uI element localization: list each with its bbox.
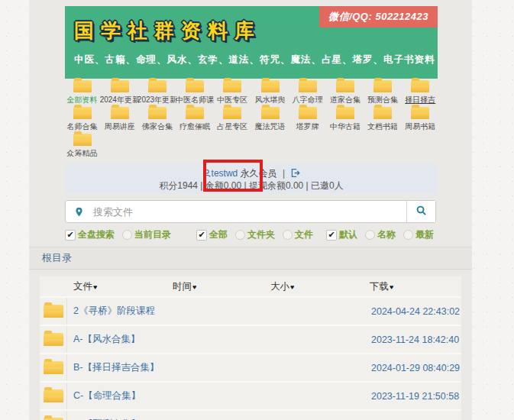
category-item[interactable]: 预测合集 xyxy=(364,80,402,107)
filter-option-label: 当前目录 xyxy=(134,228,171,241)
filter-option[interactable]: 最新 xyxy=(403,228,434,241)
checkbox-checked-icon[interactable]: ✔ xyxy=(326,230,337,241)
logout-icon[interactable] xyxy=(290,170,300,180)
row-folder-cell[interactable] xyxy=(40,298,67,325)
breadcrumb: 根目录 xyxy=(29,247,472,270)
breadcrumb-root-link[interactable]: 根目录 xyxy=(42,252,72,263)
folder-icon xyxy=(44,333,63,346)
category-item[interactable]: 道家合集 xyxy=(326,80,364,107)
category-label: 预测合集 xyxy=(367,95,398,105)
category-item[interactable]: 中医专区 xyxy=(214,80,251,107)
table-header-cell[interactable]: 文件♥ xyxy=(67,280,166,293)
table-header-cell[interactable]: 时间♥ xyxy=(166,280,264,293)
file-download-cell: 2024-04-24 22:43:02 xyxy=(364,306,461,317)
category-item[interactable]: 佛家合集 xyxy=(138,107,176,134)
search-icon xyxy=(415,205,427,218)
filter-option-label: 全盘搜索 xyxy=(78,228,115,241)
category-item[interactable]: 众筹精品 xyxy=(63,134,101,160)
folder-icon xyxy=(111,80,129,92)
filter-option[interactable]: ✔默认 xyxy=(326,228,357,241)
table-header-label: 大小 xyxy=(270,281,289,292)
table-header-cell[interactable]: 大小♥ xyxy=(264,280,364,293)
file-name-link[interactable]: A-【风水合集】 xyxy=(67,333,166,346)
radio-unchecked-icon[interactable] xyxy=(122,230,132,240)
table-header-row: 文件♥时间♥大小♥下载♥ xyxy=(40,276,461,298)
row-folder-cell[interactable] xyxy=(40,354,67,381)
folder-icon xyxy=(44,389,63,402)
file-name-link[interactable]: 2《寻桥》阶段课程 xyxy=(67,305,166,318)
folder-icon xyxy=(261,80,280,92)
category-label: 疗愈催眠 xyxy=(179,121,210,132)
category-label: 中华古籍 xyxy=(330,121,360,132)
category-item[interactable]: 择日择吉 xyxy=(402,80,439,107)
folder-icon xyxy=(73,107,92,119)
site-title: 国学社群资料库 xyxy=(74,18,261,44)
category-item[interactable]: 塔罗牌 xyxy=(289,107,326,134)
search-button[interactable] xyxy=(406,201,435,222)
file-name-link[interactable]: C-【命理合集】 xyxy=(67,389,166,402)
folder-icon xyxy=(373,107,392,119)
filter-option[interactable]: 名称 xyxy=(365,228,396,241)
checkbox-checked-icon[interactable]: ✔ xyxy=(65,230,76,241)
category-label: 周易书籍 xyxy=(405,121,435,132)
row-folder-cell[interactable] xyxy=(40,411,67,420)
folder-icon xyxy=(299,80,317,92)
category-label: 文档书籍 xyxy=(367,121,398,132)
folder-icon xyxy=(373,80,392,92)
category-item[interactable]: 中医名师课 xyxy=(176,80,214,107)
site-banner: 微信/QQ: 502212423 国学社群资料库 中医、古籍、命理、风水、玄学、… xyxy=(65,6,438,79)
file-download-cell: 2023-11-24 18:42:40 xyxy=(364,334,461,345)
folder-icon xyxy=(336,80,354,92)
folder-icon xyxy=(44,305,63,318)
category-item[interactable]: 文档书籍 xyxy=(364,107,402,134)
table-header-label: 下载 xyxy=(370,281,389,292)
category-item[interactable]: 名师合集 xyxy=(63,107,101,134)
search-input[interactable] xyxy=(92,205,406,218)
checkbox-checked-icon[interactable]: ✔ xyxy=(196,230,207,241)
folder-icon xyxy=(223,107,241,119)
sort-icon: ♥ xyxy=(93,283,97,291)
category-item[interactable]: 中华古籍 xyxy=(326,107,364,134)
file-table: 文件♥时间♥大小♥下载♥ 2《寻桥》阶段课程2024-04-24 22:43:0… xyxy=(40,276,461,420)
radio-unchecked-icon[interactable] xyxy=(235,230,245,240)
filter-option-label: 名称 xyxy=(377,228,396,241)
file-download-cell: 2024-01-29 08:40:29 xyxy=(364,363,461,373)
contact-badge: 微信/QQ: 502212423 xyxy=(319,6,438,27)
radio-unchecked-icon[interactable] xyxy=(365,230,375,240)
table-header-label: 文件 xyxy=(73,281,92,292)
category-item[interactable]: 八字命理 xyxy=(289,80,326,107)
category-item[interactable]: 周易讲座 xyxy=(101,107,138,134)
category-label: 八字命理 xyxy=(293,95,323,105)
folder-icon xyxy=(186,107,204,119)
folder-icon xyxy=(111,107,129,119)
category-label: 择日择吉 xyxy=(405,95,435,105)
filter-group: ✔全盘搜索当前目录 xyxy=(65,228,179,241)
category-label: 佛家合集 xyxy=(142,121,173,132)
filter-option[interactable]: ✔全部 xyxy=(196,228,228,241)
row-folder-cell[interactable] xyxy=(40,326,67,353)
file-name-link[interactable]: B-【择日择吉合集】 xyxy=(67,361,166,374)
filter-option[interactable]: ✔全盘搜索 xyxy=(65,228,115,241)
page: 微信/QQ: 502212423 国学社群资料库 中医、古籍、命理、风水、玄学、… xyxy=(0,0,514,420)
filter-option[interactable]: 当前目录 xyxy=(122,228,171,241)
folder-icon xyxy=(73,80,92,92)
radio-unchecked-icon[interactable] xyxy=(403,230,413,240)
separator: | xyxy=(283,168,285,179)
table-header-cell[interactable]: 下载♥ xyxy=(364,280,461,293)
category-item[interactable]: 风水堪舆 xyxy=(251,80,289,107)
category-item[interactable]: 全部资料 xyxy=(63,80,101,107)
category-item[interactable]: 2024年更新 xyxy=(101,80,138,107)
category-item[interactable]: 周易书籍 xyxy=(402,107,439,134)
filter-option-label: 默认 xyxy=(339,228,357,241)
filter-option[interactable]: 文件夹 xyxy=(235,228,275,241)
category-label: 2024年更新 xyxy=(100,95,140,105)
category-grid: 全部资料2024年更新2023年更新中医名师课中医专区风水堪舆八字命理道家合集预… xyxy=(63,80,439,160)
category-item[interactable]: 魔法咒语 xyxy=(251,107,289,134)
category-item[interactable]: 疗愈催眠 xyxy=(176,107,214,134)
radio-unchecked-icon[interactable] xyxy=(283,230,293,240)
category-item[interactable]: 占星专区 xyxy=(214,107,251,134)
category-item[interactable]: 2023年更新 xyxy=(138,80,176,107)
category-label: 众筹精品 xyxy=(67,148,98,159)
filter-option[interactable]: 文件 xyxy=(283,228,313,241)
row-folder-cell[interactable] xyxy=(40,383,67,409)
